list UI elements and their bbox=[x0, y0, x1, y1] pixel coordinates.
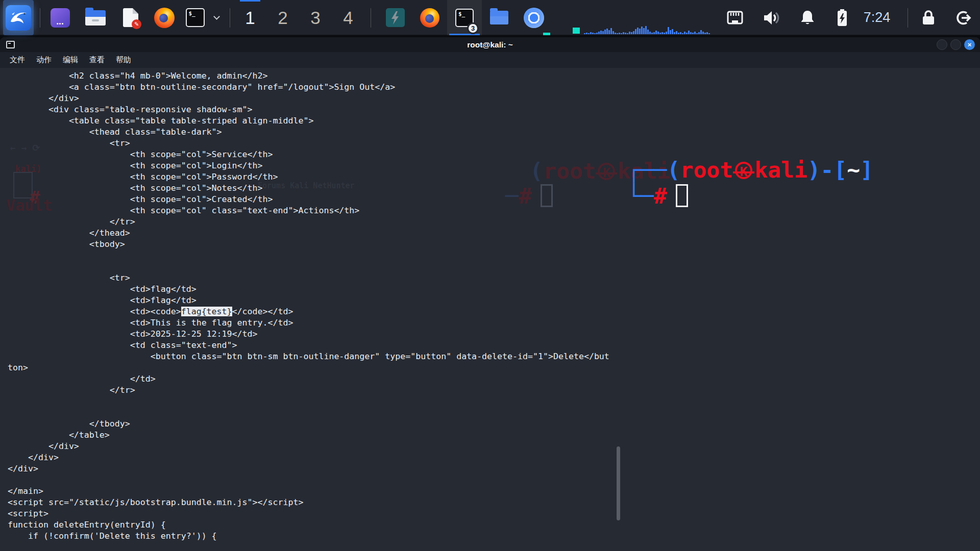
dashboard-icon bbox=[51, 8, 70, 28]
menu-file[interactable]: 文件 bbox=[4, 54, 31, 66]
menu-view[interactable]: 查看 bbox=[84, 54, 110, 66]
maximize-button[interactable] bbox=[950, 39, 961, 50]
ghost-prompt-line2: ─# bbox=[505, 184, 553, 208]
panel-separator bbox=[908, 8, 908, 28]
text-editor-icon: ✎ bbox=[123, 8, 138, 27]
terminal-output[interactable]: <h2 class="h4 mb-0">Welcome, admin</h2> … bbox=[0, 68, 980, 551]
top-panel: ✎ 1 2 3 4 bbox=[0, 0, 980, 35]
logout-button[interactable] bbox=[951, 0, 976, 35]
graph-cyan-tick bbox=[543, 33, 550, 35]
workspace-3-label: 3 bbox=[310, 8, 320, 28]
launcher-terminal-dropdown[interactable] bbox=[209, 0, 224, 35]
firefox-icon bbox=[420, 8, 439, 28]
workspace-2[interactable]: 2 bbox=[268, 0, 297, 35]
zap-app-icon bbox=[386, 8, 405, 27]
window-terminal-icon[interactable] bbox=[6, 41, 15, 48]
launcher-file-manager[interactable] bbox=[84, 0, 107, 35]
file-manager-icon bbox=[85, 10, 106, 26]
terminal-count-badge: 3 bbox=[467, 22, 479, 34]
scrollbar-thumb[interactable] bbox=[617, 446, 620, 520]
lock-screen-button[interactable] bbox=[917, 0, 940, 35]
close-button[interactable]: × bbox=[964, 39, 975, 50]
window-title: root@kali: ~ bbox=[0, 40, 980, 49]
minimize-button[interactable] bbox=[937, 39, 947, 50]
folder-icon bbox=[490, 11, 508, 24]
launcher-firefox[interactable] bbox=[153, 0, 176, 35]
terminal-html-source: <h2 class="h4 mb-0">Welcome, admin</h2> … bbox=[8, 70, 609, 542]
network-tray-icon[interactable] bbox=[724, 0, 746, 35]
volume-tray-icon[interactable] bbox=[760, 0, 784, 35]
taskbar-item-terminal[interactable]: 3 bbox=[447, 0, 482, 35]
menu-help[interactable]: 帮助 bbox=[110, 54, 137, 66]
menu-edit[interactable]: 编辑 bbox=[57, 54, 84, 66]
terminal-icon bbox=[186, 8, 205, 27]
graph-cyan-marker bbox=[573, 28, 580, 34]
menu-actions[interactable]: 动作 bbox=[31, 54, 57, 66]
taskbar-item-files[interactable] bbox=[482, 0, 517, 35]
battery-tray-icon[interactable] bbox=[832, 0, 852, 35]
terminal-window: root@kali: ~ × 文件 动作 编辑 查看 帮助 <h2 class=… bbox=[0, 37, 980, 551]
network-monitor-graph[interactable] bbox=[541, 0, 713, 35]
workspace-1[interactable]: 1 bbox=[236, 0, 264, 35]
workspace-1-label: 1 bbox=[245, 8, 255, 28]
launcher-terminal[interactable] bbox=[184, 0, 206, 35]
taskbar-item-firefox[interactable] bbox=[412, 0, 447, 35]
shell-prompt-line1: ┌──(rootKkali)-[~] bbox=[627, 158, 873, 182]
taskbar-item-zap[interactable] bbox=[378, 0, 412, 35]
panel-separator bbox=[40, 8, 40, 28]
workspace-3[interactable]: 3 bbox=[301, 0, 330, 35]
graph-bars bbox=[584, 24, 710, 34]
applications-menu-button[interactable] bbox=[3, 0, 34, 35]
firefox-icon bbox=[154, 8, 175, 28]
launcher-text-editor[interactable]: ✎ bbox=[119, 0, 142, 35]
workspace-2-label: 2 bbox=[278, 8, 287, 28]
workspace-4-label: 4 bbox=[343, 8, 353, 28]
notifications-tray-icon[interactable] bbox=[796, 0, 819, 35]
launcher-dashboard[interactable] bbox=[49, 0, 71, 35]
kali-logo-icon bbox=[6, 5, 31, 31]
menubar: 文件 动作 编辑 查看 帮助 bbox=[0, 52, 980, 68]
window-titlebar[interactable]: root@kali: ~ × bbox=[0, 37, 980, 52]
chevron-down-icon bbox=[213, 13, 220, 20]
panel-separator bbox=[230, 8, 230, 28]
active-workspace-indicator bbox=[240, 0, 260, 2]
clock-label: 7:24 bbox=[864, 10, 891, 26]
workspace-4[interactable]: 4 bbox=[334, 0, 362, 35]
clock[interactable]: 7:24 bbox=[856, 0, 897, 35]
active-window-indicator bbox=[449, 34, 480, 35]
shell-prompt-line2: └─# bbox=[627, 184, 688, 208]
panel-separator bbox=[371, 8, 371, 28]
